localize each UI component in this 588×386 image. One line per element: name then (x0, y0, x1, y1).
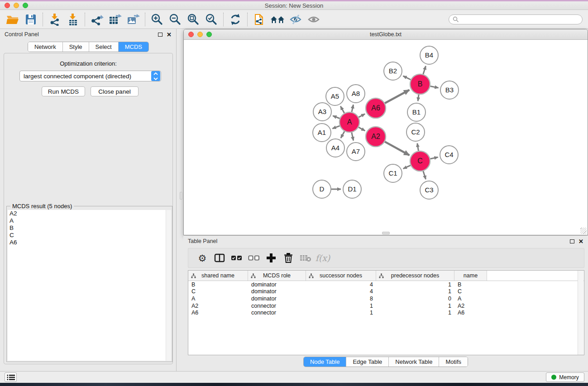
node-C4[interactable]: C4 (440, 146, 458, 164)
close-panel-button[interactable]: Close panel (91, 86, 139, 96)
node-A2[interactable]: A2 (366, 127, 386, 147)
result-list-scrollbar[interactable] (166, 210, 171, 361)
node-A1[interactable]: A1 (313, 124, 331, 142)
node-B2[interactable]: B2 (384, 62, 402, 80)
vertical-split-grip[interactable] (180, 192, 182, 200)
edge-C-C4[interactable] (430, 157, 438, 159)
node-A[interactable]: A (339, 112, 359, 132)
edge-B-B3[interactable] (430, 86, 439, 88)
zoom-in-button[interactable] (148, 12, 166, 27)
table-cell[interactable]: A (188, 295, 248, 302)
tab-mcds[interactable]: MCDS (119, 42, 148, 52)
function-builder-button[interactable]: f(x) (314, 250, 331, 266)
table-cell[interactable]: 4 (306, 288, 376, 295)
table-cell[interactable]: 1 (376, 310, 454, 316)
edge-A6-B[interactable] (385, 90, 409, 103)
table-cell[interactable]: 0 (376, 295, 454, 302)
table-row[interactable]: Cdominator41C (188, 288, 584, 295)
table-scrollbar[interactable] (578, 271, 583, 355)
show-columns-button[interactable] (211, 250, 228, 266)
edge-A-A6[interactable] (359, 114, 365, 117)
hide-selected-button[interactable] (287, 12, 305, 27)
column-header-successor-nodes[interactable]: successor nodes (306, 271, 376, 281)
table-cell[interactable]: dominator (248, 295, 306, 302)
memory-button[interactable]: Memory (546, 372, 584, 382)
tab-select[interactable]: Select (89, 42, 119, 52)
node-B[interactable]: B (410, 74, 430, 94)
open-session-button[interactable] (4, 12, 22, 27)
table-cell[interactable]: A6 (188, 310, 248, 316)
delete-column-button[interactable] (280, 250, 297, 266)
table-settings-button[interactable]: ⚙ (194, 250, 211, 266)
table-cell[interactable]: A2 (454, 303, 487, 309)
edge-A-A5[interactable] (340, 106, 344, 113)
mcds-result-list[interactable]: A2ABCA6 (8, 210, 167, 361)
create-column-button[interactable] (263, 250, 280, 266)
edge-A-A3[interactable] (333, 116, 339, 119)
result-list-item[interactable]: B (8, 224, 167, 232)
float-table-panel-icon[interactable] (570, 239, 574, 243)
horizontal-split-grip[interactable] (382, 232, 390, 234)
tab-node-table[interactable]: Node Table (304, 357, 347, 367)
node-A7[interactable]: A7 (347, 143, 365, 161)
deselect-all-rows-button[interactable] (245, 250, 263, 266)
new-network-from-selection-button[interactable] (250, 12, 268, 27)
tab-network[interactable]: Network (28, 42, 63, 52)
column-header-shared-name[interactable]: shared name (188, 271, 248, 281)
node-C3[interactable]: C3 (420, 181, 438, 199)
export-image-button[interactable] (124, 12, 142, 27)
network-canvas[interactable]: AA1A2A3A4A5A6A7A8BB1B2B3B4CC1C2C3C4DD1 (184, 40, 587, 235)
table-cell[interactable]: A (454, 295, 487, 302)
node-C[interactable]: C (410, 151, 430, 171)
edge-A-A8[interactable] (352, 105, 354, 112)
table-cell[interactable]: 1 (376, 281, 454, 288)
tab-motifs[interactable]: Motifs (439, 357, 468, 367)
node-A5[interactable]: A5 (326, 87, 344, 105)
table-cell[interactable]: connector (248, 303, 306, 309)
table-row[interactable]: A6connector11A6 (188, 309, 584, 316)
run-mcds-button[interactable]: Run MCDS (42, 86, 85, 96)
task-history-button[interactable] (5, 372, 17, 382)
tab-edge-table[interactable]: Edge Table (346, 357, 389, 367)
node-B1[interactable]: B1 (407, 103, 425, 121)
export-table-button[interactable] (106, 12, 124, 27)
close-table-panel-icon[interactable]: ✕ (578, 238, 583, 244)
save-session-button[interactable] (22, 12, 40, 27)
float-panel-icon[interactable] (158, 33, 163, 37)
edge-B-B4[interactable] (423, 66, 426, 74)
node-A3[interactable]: A3 (313, 103, 331, 121)
node-A4[interactable]: A4 (326, 139, 344, 157)
show-all-button[interactable] (305, 12, 323, 27)
table-cell[interactable]: 1 (376, 288, 454, 295)
close-panel-icon[interactable]: ✕ (167, 32, 172, 38)
import-network-button[interactable] (46, 12, 64, 27)
table-cell[interactable]: 1 (306, 310, 376, 316)
zoom-fit-button[interactable] (184, 12, 202, 27)
refresh-view-button[interactable] (226, 12, 244, 27)
table-row[interactable]: A2connector11A2 (188, 302, 584, 310)
node-A6[interactable]: A6 (366, 98, 386, 118)
node-D1[interactable]: D1 (343, 180, 361, 198)
node-B3[interactable]: B3 (440, 81, 459, 99)
table-row[interactable]: Adominator80A (188, 295, 584, 302)
table-cell[interactable]: B (454, 281, 487, 288)
search-field[interactable] (449, 14, 583, 24)
edge-A2-C[interactable] (385, 142, 409, 155)
edge-A-A7[interactable] (352, 132, 354, 140)
result-list-item[interactable]: C (8, 232, 167, 239)
tab-style[interactable]: Style (63, 42, 89, 52)
edge-C-C2[interactable] (417, 143, 419, 151)
export-network-button[interactable] (88, 12, 106, 27)
network-window-titlebar[interactable]: testGlobe.txt (184, 29, 588, 40)
edge-B-B2[interactable] (403, 76, 411, 80)
table-cell[interactable]: dominator (248, 281, 306, 288)
table-cell[interactable]: C (454, 288, 487, 295)
column-header-name[interactable]: name (454, 271, 487, 281)
result-list-item[interactable]: A6 (8, 239, 167, 246)
node-D[interactable]: D (313, 180, 331, 198)
table-cell[interactable]: dominator (248, 288, 306, 295)
table-cell[interactable]: 8 (306, 295, 376, 302)
search-input[interactable] (459, 16, 578, 23)
table-cell[interactable]: 1 (376, 303, 454, 309)
edge-C-C3[interactable] (423, 171, 426, 179)
